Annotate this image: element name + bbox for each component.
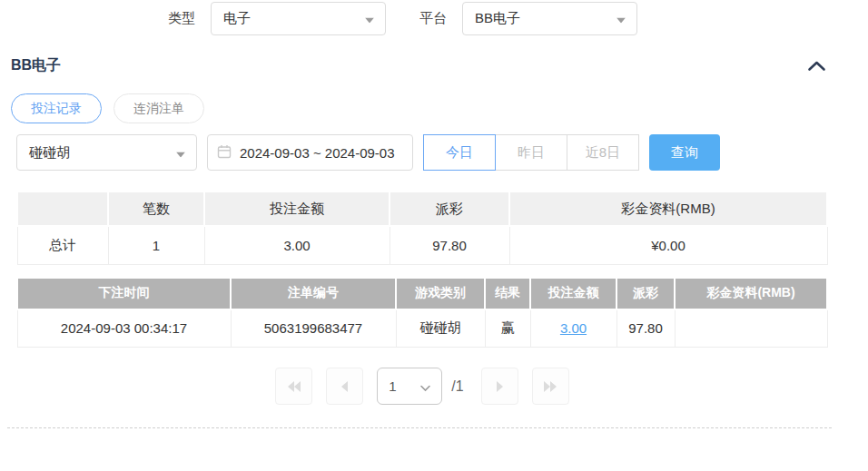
prev-page-icon [338,381,352,395]
summary-header-bet-amount: 投注金额 [204,191,390,226]
yesterday-button[interactable]: 昨日 [495,134,567,171]
summary-header-bonus: 彩金资料(RMB) [509,191,827,226]
date-range-value: 2024-09-03 ~ 2024-09-03 [240,145,395,161]
section-header: BB电子 [11,56,826,74]
bonus-value [675,309,827,348]
game-select-value: 碰碰胡 [29,144,70,162]
pagination: 1 /1 [16,368,828,405]
result-value: 赢 [485,309,530,348]
prev-page-button[interactable] [326,368,363,405]
summary-header-payout: 派彩 [390,191,509,226]
page-number-select[interactable]: 1 [377,368,442,405]
platform-select-value: BB电子 [475,10,520,27]
order-no-value: 5063199683477 [231,309,396,348]
platform-select[interactable]: BB电子 [462,2,637,35]
query-bar: 碰碰胡 2024-09-03 ~ 2024-09-03 今日 昨日 近8日 查询 [16,134,868,171]
calendar-icon [217,144,232,162]
next-page-button[interactable] [481,368,518,405]
summary-header-count: 笔数 [108,191,204,226]
tab-betting-records[interactable]: 投注记录 [11,93,102,123]
type-label: 类型 [168,10,195,27]
first-page-icon [287,381,301,395]
detail-header-payout: 派彩 [616,278,675,309]
quick-date-buttons: 今日 昨日 近8日 [423,134,639,171]
section-title: BB电子 [11,56,61,75]
section-divider [7,427,832,428]
tab-cancelled-orders[interactable]: 连消注单 [113,93,204,123]
last-page-button[interactable] [532,368,569,405]
summary-count-value: 1 [108,226,204,264]
record-tabs: 投注记录 连消注单 [11,93,868,123]
detail-header-result: 结果 [485,278,530,309]
platform-label: 平台 [419,10,447,27]
last-page-icon [543,381,557,395]
chevron-down-icon [176,145,185,161]
detail-table: 下注时间 注单编号 游戏类别 结果 投注金额 派彩 彩金资料(RMB) 2024… [16,277,828,348]
detail-header-game-type: 游戏类别 [396,278,485,309]
payout-value: 97.80 [616,309,675,348]
detail-header-bet-amount: 投注金额 [530,278,616,309]
game-type-value: 碰碰胡 [396,309,485,348]
query-button[interactable]: 查询 [649,134,720,171]
summary-header-blank [17,191,108,226]
page-number-value: 1 [389,378,396,394]
chevron-down-icon [420,378,430,394]
summary-header-row: 笔数 投注金额 派彩 彩金资料(RMB) [17,191,827,226]
page-total-label: /1 [451,378,463,395]
first-page-button[interactable] [275,368,312,405]
type-select[interactable]: 电子 [211,2,386,35]
detail-header-bet-time: 下注时间 [17,278,231,309]
detail-header-row: 下注时间 注单编号 游戏类别 结果 投注金额 派彩 彩金资料(RMB) [17,278,827,309]
next-page-icon [492,381,507,395]
top-filter-bar: 类型 电子 平台 BB电子 [0,0,868,36]
summary-payout-value: 97.80 [390,226,509,264]
chevron-up-icon [807,61,826,74]
game-select[interactable]: 碰碰胡 [16,134,197,171]
date-range-input[interactable]: 2024-09-03 ~ 2024-09-03 [207,134,413,171]
today-button[interactable]: 今日 [423,134,496,171]
summary-bet-amount-value: 3.00 [204,226,390,264]
bet-amount-link[interactable]: 3.00 [560,320,587,336]
detail-header-bonus: 彩金资料(RMB) [675,278,827,309]
chevron-down-icon [365,11,374,26]
collapse-section-button[interactable] [807,60,826,72]
summary-bonus-value: ¥0.00 [509,226,827,264]
detail-row: 2024-09-03 00:34:17 5063199683477 碰碰胡 赢 … [17,309,827,348]
type-select-value: 电子 [223,10,251,27]
last-8-days-button[interactable]: 近8日 [567,134,639,171]
summary-total-row: 总计 1 3.00 97.80 ¥0.00 [17,226,827,264]
bet-time-value: 2024-09-03 00:34:17 [17,309,231,348]
summary-total-label: 总计 [17,226,108,264]
detail-header-order-no: 注单编号 [231,278,396,309]
summary-table: 笔数 投注金额 派彩 彩金资料(RMB) 总计 1 3.00 97.80 ¥0.… [16,191,828,265]
chevron-down-icon [616,11,626,26]
